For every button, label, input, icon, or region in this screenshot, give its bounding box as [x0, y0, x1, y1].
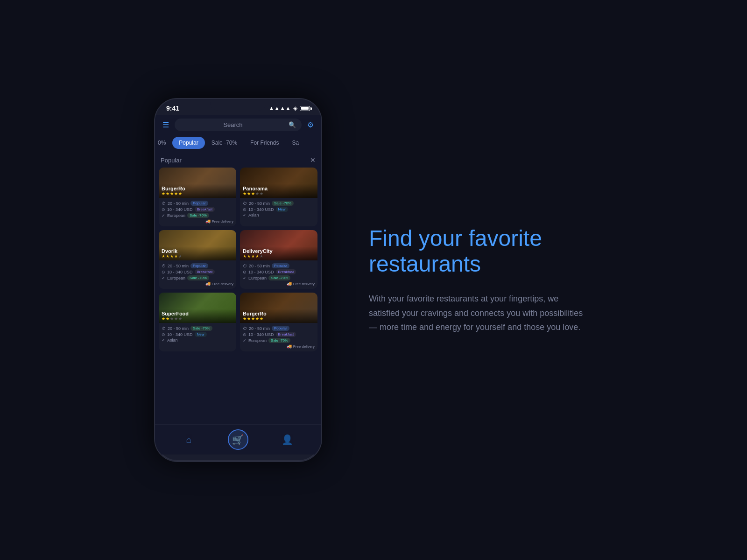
delivery-icon-b2: 🚚 — [287, 344, 292, 349]
time-text: 20 - 50 min — [168, 201, 189, 206]
cuisine-text-dc: European — [248, 276, 267, 280]
nav-home[interactable]: ⌂ — [179, 429, 199, 450]
card-image-burgerro-1: BurgerRo ★★★★★ — [159, 168, 236, 198]
badge-sale-p: Sale -70% — [272, 201, 294, 206]
status-icons: ▲▲▲▲ ◈ — [268, 105, 310, 112]
cuisine-text-b2: European — [248, 338, 267, 343]
time-icon-dc: ⏱ — [243, 264, 247, 268]
badge-popular: Popular — [190, 201, 208, 206]
phone-shell: 9:41 ▲▲▲▲ ◈ ☰ Search 🔍 ⚙ — [154, 98, 322, 462]
card-stars-burgerro-1: ★★★★★ — [162, 191, 233, 196]
price-text-p: 10 - 340 USD — [248, 207, 274, 212]
search-bar[interactable]: Search 🔍 — [175, 119, 302, 131]
status-time: 9:41 — [166, 105, 179, 112]
badge-sale-sf: Sale -70% — [190, 326, 212, 331]
card-stars-panorama: ★★★★★ — [243, 191, 315, 196]
cuisine-icon: ✓ — [162, 213, 165, 218]
search-icon[interactable]: 🔍 — [289, 121, 296, 128]
tab-0-percent[interactable]: 0% — [155, 137, 172, 149]
time-text-sf: 20 - 50 min — [168, 326, 189, 331]
time-icon-p: ⏱ — [243, 201, 247, 206]
time-icon-b2: ⏱ — [243, 326, 247, 331]
tab-sale[interactable]: Sale -70% — [205, 137, 244, 149]
main-heading: Find your favorite restaurants — [369, 225, 584, 277]
card-name-burgerro-2: BurgerRo — [243, 311, 315, 316]
card-info-burgerro-2: ⏱ 20 - 50 min Popular ⊙ 10 - 340 USD Bre… — [240, 323, 317, 351]
delivery-icon-dc: 🚚 — [287, 281, 292, 286]
bottom-nav: ⌂ 🛒 👤 — [155, 424, 321, 455]
home-icon: ⌂ — [186, 434, 192, 445]
time-text-dc: 20 - 50 min — [249, 264, 270, 268]
restaurant-card-burgerro-2[interactable]: BurgerRo ★★★★★ ⏱ 20 - 50 min Popular — [240, 293, 317, 351]
cuisine-text-p: Asian — [248, 213, 259, 217]
card-image-superfood: SuperFood ★★★★★ — [159, 293, 236, 323]
tab-for-friends[interactable]: For Friends — [244, 137, 285, 149]
price-icon: ⊙ — [162, 207, 165, 212]
category-tabs: 0% Popular Sale -70% For Friends Sa — [155, 135, 321, 151]
badge-sale-d: Sale -70% — [187, 275, 209, 280]
free-delivery-text-b2: Free delivery — [293, 344, 315, 349]
price-icon-b2: ⊙ — [243, 332, 247, 337]
restaurant-card-superfood[interactable]: SuperFood ★★★★★ ⏱ 20 - 50 min Sale -70% — [159, 293, 236, 351]
badge-breakfast-b2: Breakfast — [276, 332, 296, 337]
nav-cart[interactable]: 🛒 — [228, 429, 248, 450]
sub-text: With your favorite restaurants at your f… — [369, 292, 584, 335]
badge-new-sf: New — [195, 332, 207, 337]
text-panel: Find your favorite restaurants With your… — [359, 216, 593, 344]
card-name-dvorik: Dvorik — [162, 248, 233, 254]
price-text-sf: 10 - 340 USD — [167, 332, 193, 337]
badge-new-p: New — [276, 207, 288, 212]
free-delivery-text: Free delivery — [212, 219, 233, 224]
nav-profile[interactable]: 👤 — [277, 429, 297, 450]
price-icon-dc: ⊙ — [243, 270, 247, 274]
badge-sale-dc: Sale -70% — [268, 275, 290, 280]
filter-icon[interactable]: ⚙ — [305, 119, 316, 131]
phone-notch — [210, 99, 266, 111]
menu-icon[interactable]: ☰ — [161, 119, 171, 131]
card-info-superfood: ⏱ 20 - 50 min Sale -70% ⊙ 10 - 340 USD N… — [159, 323, 236, 346]
cuisine-text: European — [167, 213, 185, 218]
phone-content: ☰ Search 🔍 ⚙ 0% Popular Sale -70% For Fr… — [155, 115, 321, 455]
card-image-delivery-city: DeliveryCity ★★★★★ — [240, 230, 317, 260]
popular-section-label: Popular — [161, 157, 182, 164]
restaurant-card-dvorik[interactable]: Dvorik ★★★★★ ⏱ 20 - 50 min Popular — [159, 230, 236, 289]
time-text-b2: 20 - 50 min — [249, 326, 270, 331]
badge-breakfast-dc: Breakfast — [276, 269, 296, 274]
card-name-burgerro-1: BurgerRo — [162, 186, 233, 191]
popular-header: Popular ✕ — [159, 154, 317, 168]
card-stars-delivery-city: ★★★★★ — [243, 254, 315, 259]
delivery-icon: 🚚 — [205, 219, 211, 224]
page-container: 9:41 ▲▲▲▲ ◈ ☰ Search 🔍 ⚙ — [0, 0, 747, 560]
restaurant-grid: Popular ✕ BurgerRo ★★★★★ — [155, 151, 321, 424]
card-stars-burgerro-2: ★★★★★ — [243, 316, 315, 321]
price-icon-d: ⊙ — [162, 270, 165, 274]
cart-icon: 🛒 — [232, 434, 244, 445]
close-popular-button[interactable]: ✕ — [310, 156, 316, 164]
tab-sa[interactable]: Sa — [285, 137, 305, 149]
cuisine-icon-dc: ✓ — [243, 276, 247, 280]
price-text-b2: 10 - 340 USD — [248, 332, 274, 337]
cuisine-icon-p: ✓ — [243, 213, 247, 217]
card-info-dvorik: ⏱ 20 - 50 min Popular ⊙ 10 - 340 USD Bre… — [159, 260, 236, 289]
card-info-panorama: ⏱ 20 - 50 min Sale -70% ⊙ 10 - 340 USD N… — [240, 198, 317, 221]
tab-popular[interactable]: Popular — [172, 137, 204, 149]
signal-icon: ▲▲▲▲ — [268, 105, 291, 112]
card-image-dvorik: Dvorik ★★★★★ — [159, 230, 236, 260]
card-image-panorama: Panorama ★★★★★ — [240, 168, 317, 198]
delivery-icon-d: 🚚 — [205, 281, 211, 286]
price-icon-p: ⊙ — [243, 207, 247, 212]
restaurant-card-panorama[interactable]: Panorama ★★★★★ ⏱ 20 - 50 min Sale -70% — [240, 168, 317, 226]
free-delivery-text-dc: Free delivery — [293, 282, 315, 286]
app-header: ☰ Search 🔍 ⚙ — [155, 115, 321, 135]
cuisine-icon-b2: ✓ — [243, 338, 247, 343]
restaurant-card-delivery-city[interactable]: DeliveryCity ★★★★★ ⏱ 20 - 50 min Popular — [240, 230, 317, 289]
badge-sale: Sale -70% — [187, 213, 209, 218]
card-info-burgerro-1: ⏱ 20 - 50 min Popular ⊙ 10 - 340 USD Bre… — [159, 198, 236, 226]
price-text-dc: 10 - 340 USD — [248, 270, 274, 274]
search-input-placeholder[interactable]: Search — [180, 121, 286, 128]
cuisine-text-d: European — [167, 276, 185, 280]
price-text: 10 - 340 USD — [167, 207, 193, 212]
free-delivery-text-d: Free delivery — [212, 282, 233, 286]
card-info-delivery-city: ⏱ 20 - 50 min Popular ⊙ 10 - 340 USD Bre… — [240, 260, 317, 289]
restaurant-card-burgerro-1[interactable]: BurgerRo ★★★★★ ⏱ 20 - 50 min Popular — [159, 168, 236, 226]
